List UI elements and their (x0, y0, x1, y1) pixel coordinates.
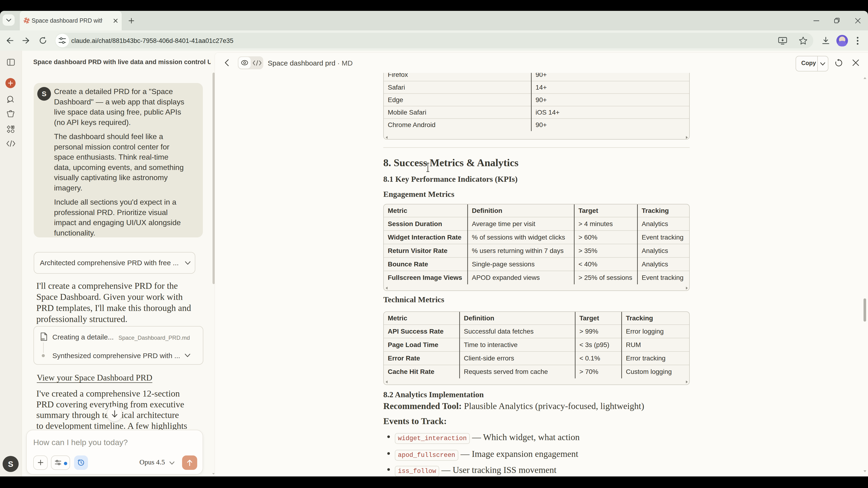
svg-text:MD: MD (41, 338, 45, 340)
